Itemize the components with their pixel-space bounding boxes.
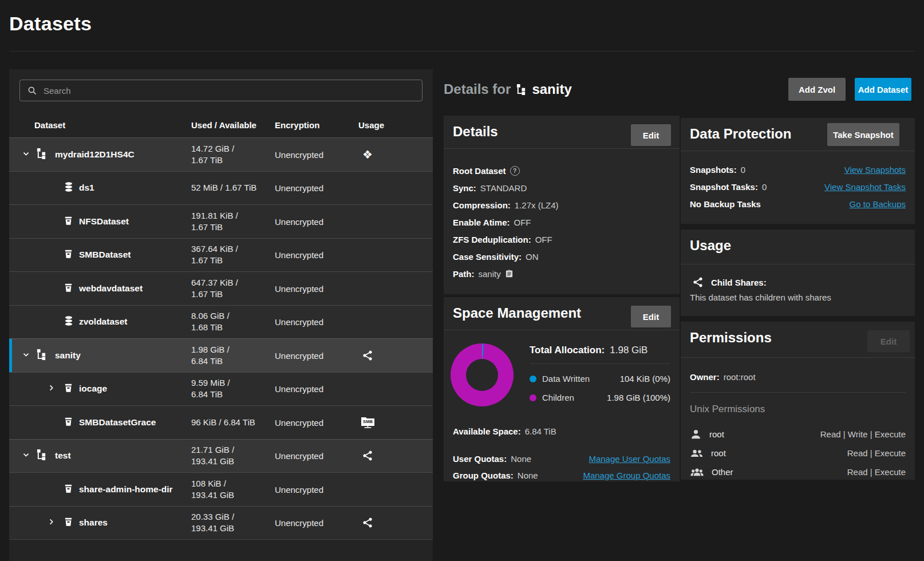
legend-value: 104 KiB (0%) (620, 374, 670, 384)
used-available-value: 367.64 KiB /1.67 TiB (191, 243, 238, 266)
data-protection-title: Data Protection (690, 126, 791, 142)
dataset-name: iocage (79, 384, 107, 394)
column-header-used-available: Used / Available (191, 120, 256, 129)
chevron-right-icon[interactable] (47, 517, 56, 528)
details-row: Sync:STANDARD (453, 179, 670, 196)
zvol-icon (63, 315, 74, 329)
table-row[interactable]: sanity1.98 GiB /6.84 TiBUnencrypted (9, 338, 433, 372)
table-row[interactable]: webdavdataset647.37 KiB /1.67 TiBUnencry… (9, 271, 433, 305)
legend-dot (530, 394, 536, 401)
dataset-root-icon (36, 449, 47, 462)
legend-dot (530, 376, 536, 382)
datasets-tree-panel: Dataset Used / Available Encryption Usag… (9, 69, 433, 561)
dataset-icon (63, 282, 74, 295)
encryption-value: Unencrypted (275, 283, 323, 293)
details-row: Path:sanity (453, 265, 670, 282)
divider (690, 392, 906, 393)
table-row[interactable]: iocage9.59 MiB /6.84 TiBUnencrypted (9, 372, 433, 406)
child-shares-description: This dataset has children with shares (690, 293, 831, 302)
permissions-edit-button: Edit (867, 330, 910, 352)
details-row: Enable Atime:OFF (453, 214, 670, 231)
table-row[interactable]: ds152 MiB / 1.67 TiBUnencrypted (9, 171, 433, 205)
details-edit-button[interactable]: Edit (631, 124, 671, 146)
table-row[interactable]: NFSDataset191.81 KiB /1.67 TiBUnencrypte… (9, 204, 433, 238)
encryption-value: Unencrypted (275, 350, 323, 360)
chevron-right-icon[interactable] (47, 384, 56, 394)
details-row-label: ZFS Deduplication: (453, 235, 531, 244)
used-available-value: 1.98 GiB /6.84 TiB (191, 344, 230, 367)
help-circle-icon[interactable]: ? (510, 166, 520, 176)
details-row-label: Path: (453, 269, 475, 279)
used-available-value: 8.06 GiB /1.68 TiB (191, 310, 230, 333)
dataset-icon (63, 483, 74, 496)
chevron-down-icon[interactable] (22, 350, 30, 361)
dataset-name: ds1 (79, 183, 94, 193)
encryption-value: Unencrypted (275, 451, 323, 461)
details-row: ZFS Deduplication:OFF (453, 231, 670, 248)
table-row[interactable]: mydraid12D1HS4C14.72 GiB /1.67 TiBUnencr… (9, 137, 433, 171)
encryption-value: Unencrypted (275, 250, 323, 260)
add-dataset-button[interactable]: Add Dataset (855, 78, 911, 101)
available-space-label: Available Space: (453, 426, 521, 436)
details-for-header: Details for sanity (444, 78, 572, 101)
details-row-value: STANDARD (480, 183, 527, 193)
dataset-icon (63, 516, 74, 529)
group-quotas-value: None (518, 471, 538, 480)
take-snapshot-button[interactable]: Take Snapshot (827, 123, 899, 146)
column-header-encryption: Encryption (275, 120, 319, 129)
dataset-icon (63, 416, 74, 429)
used-available-value: 9.59 MiB /6.84 TiB (191, 377, 230, 400)
space-edit-button[interactable]: Edit (631, 306, 671, 327)
legend-label: Data Written (542, 374, 590, 384)
details-row: Compression:1.27x (LZ4) (453, 196, 670, 214)
divider (530, 364, 670, 364)
view-snapshot-tasks-link[interactable]: View Snapshot Tasks (824, 182, 906, 192)
copy-icon[interactable] (505, 269, 514, 278)
manage-group-quotas-link[interactable]: Manage Group Quotas (583, 471, 670, 480)
go-to-backups-link[interactable]: Go to Backups (850, 199, 906, 209)
dataset-name: mydraid12D1HS4C (55, 149, 135, 160)
child-shares-label: Child Shares: (711, 278, 767, 287)
view-snapshots-link[interactable]: View Snapshots (844, 165, 906, 175)
share-icon (350, 450, 385, 461)
dataset-icon (63, 248, 74, 261)
table-row[interactable]: test21.71 GiB /193.41 GiBUnencrypted (9, 439, 433, 473)
available-space-row: Available Space: 6.84 TiB (453, 424, 556, 438)
dataset-name: webdavdataset (79, 283, 143, 294)
child-shares-row: Child Shares: (692, 275, 767, 290)
details-row-value: OFF (514, 218, 531, 227)
details-for-label: Details for (444, 81, 511, 97)
table-row[interactable]: share-admin-home-dir108 KiB /193.41 GiBU… (9, 472, 433, 506)
total-allocation-row: Total Allocation: 1.98 GiB (530, 343, 647, 358)
details-row-value: ON (526, 252, 539, 262)
permission-flags: Read | Execute (847, 448, 906, 458)
chevron-down-icon[interactable] (22, 149, 30, 160)
search-box[interactable] (19, 80, 422, 101)
manage-user-quotas-link[interactable]: Manage User Quotas (589, 454, 670, 464)
details-card: Details Edit Root Dataset?Sync:STANDARDC… (444, 116, 680, 294)
dataset-name: zvoldataset (79, 317, 127, 327)
data-protection-row: Snapshot Tasks:0View Snapshot Tasks (690, 178, 906, 195)
chevron-down-icon[interactable] (22, 451, 30, 461)
search-input[interactable] (42, 85, 415, 96)
divider (453, 330, 670, 330)
legend-label: Children (542, 393, 574, 402)
zvol-icon (63, 181, 74, 195)
data-protection-label: No Backup Tasks (690, 199, 761, 209)
encryption-value: Unencrypted (275, 518, 323, 528)
encryption-value: Unencrypted (275, 417, 323, 427)
details-row-label: Enable Atime: (453, 218, 510, 227)
permission-row: rootRead | Execute (690, 444, 906, 463)
table-row[interactable]: SMBDatasetGrace96 KiB / 6.84 TiBUnencryp… (9, 405, 433, 439)
table-row[interactable]: SMBDataset367.64 KiB /1.67 TiBUnencrypte… (9, 238, 433, 272)
available-space-value: 6.84 TiB (525, 426, 556, 436)
used-available-value: 21.71 GiB /193.41 GiB (191, 444, 234, 467)
used-available-value: 20.33 GiB /193.41 GiB (191, 511, 234, 534)
table-row[interactable]: shares20.33 GiB /193.41 GiBUnencrypted (9, 506, 433, 540)
add-zvol-button[interactable]: Add Zvol (788, 78, 846, 101)
table-row[interactable]: zvoldataset8.06 GiB /1.68 TiBUnencrypted (9, 305, 433, 339)
data-protection-rows: Snapshots:0View SnapshotsSnapshot Tasks:… (690, 161, 906, 212)
permission-flags: Read | Write | Execute (820, 429, 906, 439)
divider (681, 357, 915, 358)
permissions-card-title: Permissions (690, 330, 772, 346)
